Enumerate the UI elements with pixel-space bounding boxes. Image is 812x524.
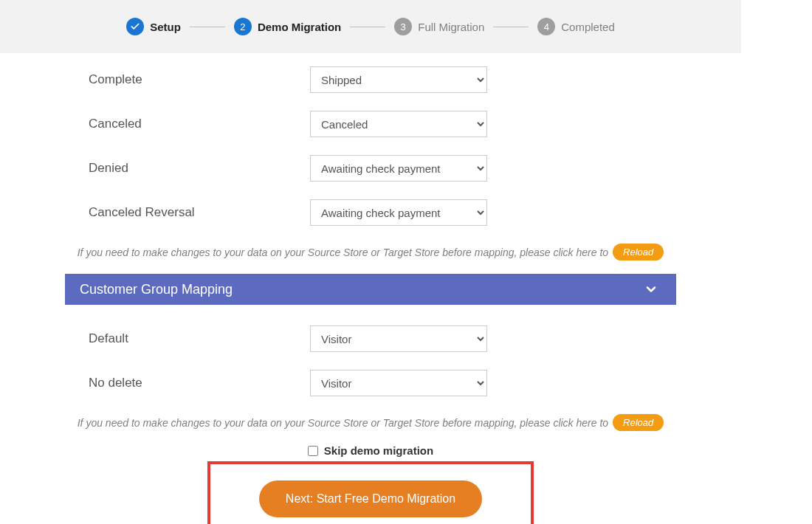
chevron-down-icon bbox=[644, 282, 658, 297]
next-start-demo-button[interactable]: Next: Start Free Demo Migration bbox=[259, 480, 482, 517]
step-number: 4 bbox=[537, 18, 555, 35]
main-content: Complete Shipped Canceled Canceled Denie… bbox=[0, 53, 741, 524]
mapping-select-complete[interactable]: Shipped bbox=[310, 66, 487, 93]
step-number: 2 bbox=[234, 18, 252, 35]
reload-button[interactable]: Reload bbox=[613, 244, 664, 261]
step-number: 3 bbox=[394, 18, 412, 35]
step-setup: Setup bbox=[126, 18, 181, 35]
mapping-label: Denied bbox=[89, 161, 310, 176]
step-connector bbox=[350, 27, 385, 27]
mapping-row-default: Default Visitor bbox=[0, 325, 741, 352]
mapping-select-no-delete[interactable]: Visitor bbox=[310, 370, 487, 396]
step-label: Setup bbox=[150, 21, 181, 33]
highlight-box: Next: Start Free Demo Migration bbox=[207, 461, 534, 524]
step-label: Demo Migration bbox=[258, 21, 341, 33]
checkmark-icon bbox=[126, 18, 144, 35]
mapping-label: Complete bbox=[89, 72, 310, 87]
customer-group-header[interactable]: Customer Group Mapping bbox=[65, 274, 676, 305]
reload-hint-text: If you need to make changes to your data… bbox=[78, 247, 608, 258]
reload-button[interactable]: Reload bbox=[613, 414, 664, 431]
step-label: Full Migration bbox=[418, 21, 484, 33]
step-demo-migration: 2 Demo Migration bbox=[234, 18, 341, 35]
reload-hint: If you need to make changes to your data… bbox=[0, 414, 741, 431]
mapping-label: Canceled Reversal bbox=[89, 205, 310, 220]
skip-demo-label: Skip demo migration bbox=[324, 444, 433, 457]
mapping-label: Default bbox=[89, 331, 310, 346]
stepper-bar: Setup 2 Demo Migration 3 Full Migration … bbox=[0, 0, 741, 53]
reload-hint: If you need to make changes to your data… bbox=[0, 244, 741, 261]
mapping-select-canceled-reversal[interactable]: Awaiting check payment bbox=[310, 199, 487, 226]
section-title: Customer Group Mapping bbox=[80, 282, 233, 297]
mapping-select-default[interactable]: Visitor bbox=[310, 325, 487, 352]
mapping-row-canceled: Canceled Canceled bbox=[0, 111, 741, 137]
mapping-select-denied[interactable]: Awaiting check payment bbox=[310, 155, 487, 182]
mapping-select-canceled[interactable]: Canceled bbox=[310, 111, 487, 137]
mapping-label: Canceled bbox=[89, 117, 310, 131]
reload-hint-text: If you need to make changes to your data… bbox=[78, 417, 608, 429]
step-connector bbox=[493, 27, 529, 27]
mapping-row-complete: Complete Shipped bbox=[0, 66, 741, 93]
step-label: Completed bbox=[561, 21, 615, 33]
step-connector bbox=[190, 27, 225, 27]
mapping-label: No delete bbox=[89, 376, 310, 390]
step-full-migration: 3 Full Migration bbox=[394, 18, 484, 35]
step-completed: 4 Completed bbox=[537, 18, 615, 35]
mapping-row-no-delete: No delete Visitor bbox=[0, 370, 741, 396]
skip-demo-row: Skip demo migration bbox=[0, 444, 741, 457]
skip-demo-checkbox[interactable] bbox=[308, 446, 318, 456]
mapping-row-canceled-reversal: Canceled Reversal Awaiting check payment bbox=[0, 199, 741, 226]
mapping-row-denied: Denied Awaiting check payment bbox=[0, 155, 741, 182]
